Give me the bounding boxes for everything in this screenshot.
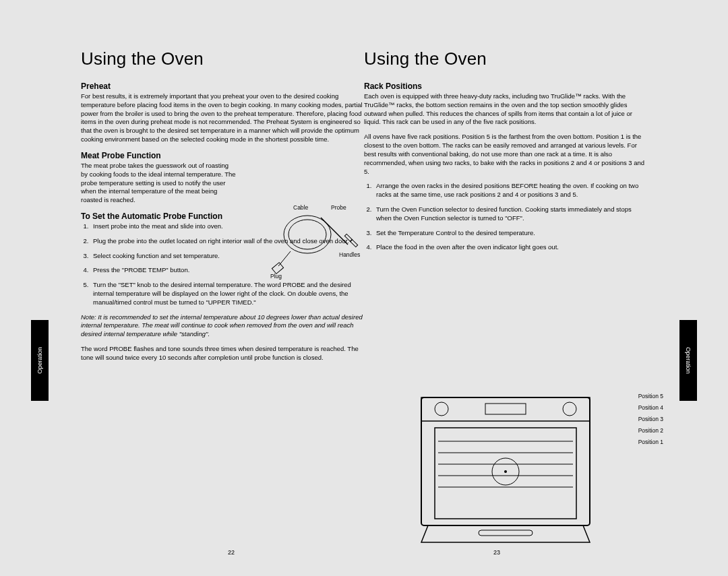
svg-rect-7	[421, 397, 590, 525]
body-text: The word PROBE flashes and tone sounds t…	[81, 345, 364, 362]
position-label: Position 2	[638, 425, 663, 437]
page-number-right: 23	[493, 549, 500, 556]
instruction-list: Arrange the oven racks in the desired po…	[364, 182, 647, 252]
label-plug: Plug	[270, 273, 282, 280]
list-item: Set the Temperature Control to the desir…	[373, 229, 647, 238]
list-item: Turn the "SET" knob to the desired inter…	[90, 281, 364, 307]
svg-point-1	[289, 220, 326, 249]
svg-point-9	[435, 402, 448, 416]
heading-set-probe: To Set the Automatic Probe Function	[81, 212, 236, 221]
tab-label: Operation	[685, 347, 692, 374]
svg-point-14	[504, 470, 507, 473]
page-title: Using the Oven	[364, 49, 647, 69]
svg-point-10	[563, 402, 576, 416]
right-page: Using the Oven Rack Positions Each oven …	[364, 49, 647, 536]
position-label: Position 1	[638, 437, 663, 448]
list-item: Place the food in the oven after the ove…	[373, 243, 647, 252]
body-text: The meat probe takes the guesswork out o…	[81, 162, 236, 205]
label-handles: Handles	[339, 251, 360, 258]
page-number-left: 22	[228, 549, 235, 556]
heading-preheat: Preheat	[81, 82, 364, 91]
position-label: Position 5	[638, 391, 663, 402]
label-probe: Probe	[331, 204, 346, 211]
position-label: Position 4	[638, 402, 663, 414]
tab-label: Operation	[36, 347, 43, 374]
section-tab-right: Operation	[679, 320, 697, 401]
position-label: Position 3	[638, 414, 663, 425]
svg-rect-11	[485, 404, 526, 414]
left-page: Using the Oven Preheat For best results,…	[81, 49, 364, 536]
heading-meat-probe: Meat Probe Function	[81, 151, 364, 160]
page-title: Using the Oven	[81, 49, 364, 69]
body-text: For best results, it is extremely import…	[81, 92, 364, 144]
section-tab-left: Operation	[31, 320, 49, 401]
note-text: Note: It is recommended to set the inter…	[81, 313, 364, 339]
oven-illustration	[418, 394, 593, 549]
svg-rect-8	[421, 397, 590, 421]
page-spread: Operation Operation Using the Oven Prehe…	[0, 0, 728, 576]
label-cable: Cable	[293, 204, 308, 211]
position-labels: Position 5 Position 4 Position 3 Positio…	[638, 391, 663, 448]
heading-rack-positions: Rack Positions	[364, 82, 647, 91]
svg-rect-20	[479, 530, 533, 536]
body-text: All ovens have five rack positions. Posi…	[364, 133, 647, 176]
svg-rect-4	[350, 239, 357, 247]
list-item: Arrange the oven racks in the desired po…	[373, 182, 647, 199]
meat-probe-illustration: Cable Probe Handles Plug	[270, 204, 361, 282]
body-text: Each oven is equipped with three heavy-d…	[364, 92, 647, 127]
svg-rect-6	[272, 263, 283, 274]
list-item: Turn the Oven Function selector to desir…	[373, 205, 647, 223]
